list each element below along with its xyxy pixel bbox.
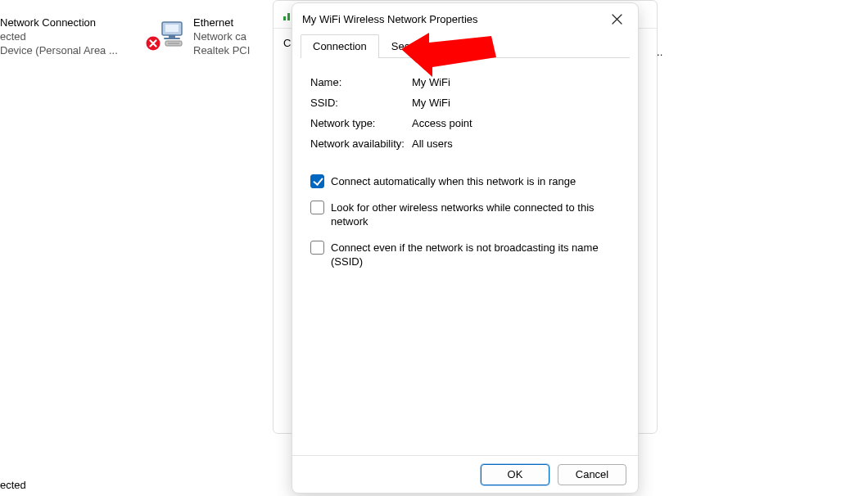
- network-properties-dialog: My WiFi Wireless Network Properties Conn…: [292, 2, 639, 494]
- value-type: Access point: [412, 117, 620, 129]
- dialog-footer: OK Cancel: [292, 455, 638, 493]
- bg-text-line: ected: [0, 30, 118, 44]
- close-button[interactable]: [605, 7, 628, 30]
- dialog-title: My WiFi Wireless Network Properties: [302, 13, 605, 25]
- error-x-icon: [146, 36, 160, 51]
- svg-rect-1: [165, 25, 179, 32]
- checkbox-label: Connect automatically when this network …: [331, 174, 576, 189]
- checkbox-input[interactable]: [310, 201, 324, 214]
- value-ssid: My WiFi: [412, 97, 620, 109]
- svg-rect-7: [283, 16, 286, 20]
- bg-text-line: Network Connection: [0, 16, 118, 30]
- status-bar-text: ected: [0, 479, 26, 491]
- ethernet-icon: [147, 16, 187, 49]
- bg-text-line: Realtek PCI: [193, 44, 250, 58]
- ok-button[interactable]: OK: [481, 464, 549, 485]
- checkbox-connect-hidden[interactable]: Connect even if the network is not broad…: [310, 241, 620, 269]
- value-availability: All users: [412, 138, 620, 150]
- bg-text-line: Device (Personal Area ...: [0, 44, 118, 58]
- tab-connection[interactable]: Connection: [301, 34, 379, 58]
- checkbox-label: Look for other wireless networks while c…: [331, 201, 601, 229]
- dialog-titlebar: My WiFi Wireless Network Properties: [292, 3, 638, 34]
- back-window-char: C: [283, 37, 291, 49]
- svg-rect-8: [287, 13, 290, 20]
- svg-rect-3: [164, 38, 180, 39]
- bg-text-line: Ethernet: [193, 16, 250, 30]
- cancel-button[interactable]: Cancel: [558, 464, 626, 485]
- close-icon: [612, 14, 622, 25]
- checkbox-look-other-networks[interactable]: Look for other wireless networks while c…: [310, 201, 620, 229]
- value-name: My WiFi: [412, 76, 620, 88]
- network-info-grid: Name: My WiFi SSID: My WiFi Network type…: [310, 76, 620, 150]
- tab-strip: Connection Security: [301, 34, 630, 58]
- tab-security[interactable]: Security: [379, 34, 442, 58]
- checkbox-input[interactable]: [310, 241, 324, 255]
- label-ssid: SSID:: [310, 97, 412, 109]
- checkbox-auto-connect[interactable]: Connect automatically when this network …: [310, 174, 620, 189]
- bg-network-item[interactable]: Network Connection ected Device (Persona…: [0, 16, 118, 58]
- checkbox-label: Connect even if the network is not broad…: [331, 241, 601, 269]
- label-availability: Network availability:: [310, 138, 412, 150]
- label-name: Name:: [310, 76, 412, 88]
- bg-ethernet-item[interactable]: Ethernet Network ca Realtek PCI: [147, 16, 250, 58]
- checkbox-input[interactable]: [310, 174, 324, 188]
- svg-rect-2: [169, 35, 175, 38]
- bg-text-line: Network ca: [193, 30, 250, 44]
- label-type: Network type:: [310, 117, 412, 129]
